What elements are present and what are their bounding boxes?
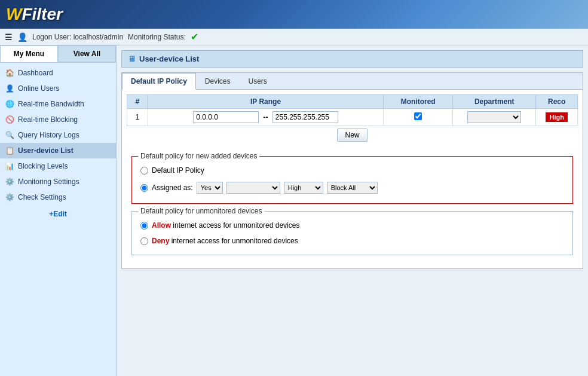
sidebar-label-online-users: Online Users: [18, 84, 59, 93]
col-monitored: Monitored: [384, 95, 453, 109]
sidebar-item-query-history[interactable]: 🔍 Query History Logs: [0, 127, 116, 143]
sidebar-label-blocking: Real-time Blocking: [18, 115, 78, 124]
page-header: 🖥 User-device List: [121, 50, 583, 68]
unmonitored-policy-wrapper: Default policy for unmonitored devices A…: [122, 211, 583, 268]
online-users-icon: 👤: [5, 84, 14, 93]
monitoring-settings-icon: ⚙️: [5, 177, 14, 187]
app-logo: WFilter: [6, 5, 63, 24]
status-icon: ✔: [191, 31, 198, 42]
ip-to-input[interactable]: [272, 111, 338, 123]
page-title: User-device List: [139, 54, 199, 63]
dashboard-icon: 🏠: [5, 68, 14, 78]
table-row: 1 --: [127, 109, 578, 126]
sidebar-label-device-list: User-device List: [18, 146, 74, 155]
allow-option-row: Allow internet access for unmonitored de…: [140, 218, 564, 233]
app-header: WFilter: [0, 0, 588, 29]
sidebar-label-monitoring-settings: Monitoring Settings: [18, 178, 79, 186]
default-ip-option-row: Default IP Policy: [140, 163, 564, 178]
record-badge: High: [546, 112, 567, 122]
ip-range-table: # IP Range Monitored Department Reco 1: [127, 94, 578, 126]
ip-from-input[interactable]: [193, 111, 259, 123]
ip-separator: --: [263, 113, 268, 121]
allow-text-rest: internet access for unmonitored devices: [173, 221, 299, 230]
col-department: Department: [453, 95, 536, 109]
row-num: 1: [127, 109, 148, 126]
col-num: #: [127, 95, 148, 109]
menu-icon[interactable]: ☰: [5, 32, 13, 42]
edit-button[interactable]: +Edit: [0, 205, 116, 223]
new-button-row: New: [127, 126, 578, 144]
allow-radio[interactable]: [140, 222, 148, 230]
sidebar-item-dashboard[interactable]: 🏠 Dashboard: [0, 65, 116, 81]
sidebar-label-bandwidth: Real-time Bandwidth: [18, 100, 84, 108]
deny-label: Deny internet access for unmonitored dev…: [152, 237, 298, 245]
col-ip-range: IP Range: [148, 95, 383, 109]
page-header-icon: 🖥: [128, 54, 136, 63]
sidebar-tab-viewall[interactable]: View All: [58, 45, 116, 62]
toolbar: ☰ 👤 Logon User: localhost/admin Monitori…: [0, 29, 588, 45]
new-button[interactable]: New: [337, 129, 367, 142]
sidebar-item-check-settings[interactable]: ⚙️ Check Settings: [0, 189, 116, 205]
department-select[interactable]: [467, 111, 521, 123]
tab-devices[interactable]: Devices: [196, 73, 240, 89]
ip-table-container: # IP Range Monitored Department Reco 1: [122, 90, 583, 149]
deny-option-row: Deny internet access for unmonitored dev…: [140, 233, 564, 249]
user-icon: 👤: [17, 32, 27, 42]
sidebar: My Menu View All 🏠 Dashboard 👤 Online Us…: [0, 45, 117, 376]
assigned-label: Assigned as:: [152, 184, 193, 192]
sidebar-item-online-users[interactable]: 👤 Online Users: [0, 81, 116, 96]
default-ip-radio[interactable]: [140, 167, 148, 175]
tab-bar: Default IP Policy Devices Users: [122, 73, 583, 90]
sidebar-item-blocking-levels[interactable]: 📊 Blocking Levels: [0, 158, 116, 174]
assigned-option-row: Assigned as: Yes No High Medium Low: [140, 178, 564, 197]
content-panel: Default IP Policy Devices Users # IP Ran…: [121, 72, 583, 269]
assigned-radio[interactable]: [140, 184, 148, 192]
monitoring-status-label: Monitoring Status:: [128, 33, 186, 41]
dept-assigned-select[interactable]: [226, 182, 280, 194]
default-ip-label: Default IP Policy: [152, 166, 204, 175]
row-ip-range: --: [148, 109, 383, 126]
default-policy-title: Default policy for new added devices: [138, 152, 259, 160]
block-select[interactable]: Block All Block Some Allow All: [327, 182, 378, 194]
default-policy-section: Default policy for new added devices Def…: [131, 156, 573, 204]
bandwidth-icon: 🌐: [5, 99, 14, 109]
sidebar-item-user-device-list[interactable]: 📋 User-device List: [0, 143, 116, 158]
sidebar-label-history: Query History Logs: [18, 131, 79, 139]
allow-keyword: Allow: [152, 221, 171, 230]
unmonitored-policy-section: Default policy for unmonitored devices A…: [131, 211, 573, 255]
sidebar-tab-bar: My Menu View All: [0, 45, 116, 63]
main-content: 🖥 User-device List Default IP Policy Dev…: [117, 45, 588, 376]
sidebar-item-realtime-blocking[interactable]: 🚫 Real-time Blocking: [0, 112, 116, 127]
check-settings-icon: ⚙️: [5, 192, 14, 202]
sidebar-label-blocking-levels: Blocking Levels: [18, 162, 68, 170]
tab-users[interactable]: Users: [240, 73, 276, 89]
sidebar-label-dashboard: Dashboard: [18, 69, 53, 77]
deny-text-rest: internet access for unmonitored devices: [172, 237, 298, 245]
logon-user: Logon User: localhost/admin: [32, 33, 123, 41]
level-select[interactable]: High Medium Low: [284, 182, 323, 194]
row-monitored: [384, 109, 453, 126]
monitored-checkbox[interactable]: [414, 112, 422, 120]
device-list-icon: 📋: [5, 146, 14, 155]
deny-radio[interactable]: [140, 237, 148, 245]
tab-default-ip-policy[interactable]: Default IP Policy: [122, 73, 196, 90]
yes-no-select[interactable]: Yes No: [197, 182, 223, 194]
row-record: High: [536, 109, 578, 126]
blocking-icon: 🚫: [5, 115, 14, 124]
allow-label: Allow internet access for unmonitored de…: [152, 221, 299, 230]
col-record: Reco: [536, 95, 578, 109]
sidebar-item-realtime-bandwidth[interactable]: 🌐 Real-time Bandwidth: [0, 96, 116, 112]
sidebar-label-check-settings: Check Settings: [18, 193, 66, 201]
deny-keyword: Deny: [152, 237, 169, 245]
blocking-levels-icon: 📊: [5, 161, 14, 171]
row-department: [453, 109, 536, 126]
sidebar-tab-mymenu[interactable]: My Menu: [0, 45, 58, 62]
main-layout: My Menu View All 🏠 Dashboard 👤 Online Us…: [0, 45, 588, 376]
sidebar-item-monitoring-settings[interactable]: ⚙️ Monitoring Settings: [0, 174, 116, 189]
history-icon: 🔍: [5, 130, 14, 140]
unmonitored-policy-title: Default policy for unmonitored devices: [138, 207, 264, 215]
logo-w: W: [6, 5, 22, 23]
sidebar-menu: 🏠 Dashboard 👤 Online Users 🌐 Real-time B…: [0, 63, 116, 225]
default-policy-wrapper: Default policy for new added devices Def…: [122, 156, 583, 204]
